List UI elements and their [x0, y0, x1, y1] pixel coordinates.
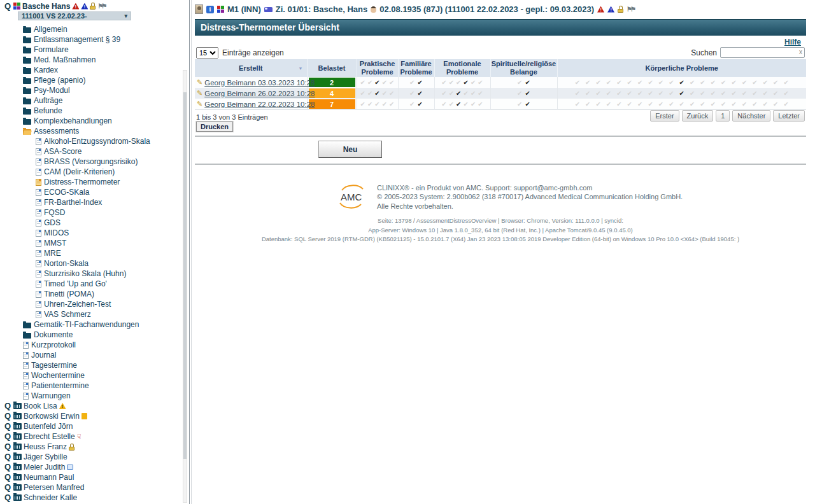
tree-item[interactable]: Alkohol-Entzugssyndrom-Skala: [36, 136, 188, 146]
column-header-created[interactable]: Erstellt▼: [195, 59, 307, 77]
tree-item[interactable]: Warnungen: [23, 391, 188, 401]
page-button[interactable]: Nächster: [732, 110, 770, 122]
folder-icon: [23, 38, 31, 43]
column-header-belastet[interactable]: Belastet: [307, 59, 357, 77]
page-button[interactable]: 1: [716, 110, 730, 122]
help-link[interactable]: Hilfe: [784, 38, 801, 46]
tree-item[interactable]: GDS: [36, 218, 188, 228]
tree-item-label: Patiententermine: [31, 381, 89, 390]
portrait-icon[interactable]: [195, 4, 203, 14]
tree-item[interactable]: Komplexbehandlungen: [23, 116, 188, 126]
tree-item[interactable]: Formulare: [23, 45, 188, 55]
tree-item[interactable]: Tinetti (POMA): [36, 289, 188, 299]
entries-per-page-select[interactable]: 15: [196, 47, 218, 59]
tree-item[interactable]: Tagestermine: [23, 360, 188, 370]
sidebar-patient-header[interactable]: Q Basche Hans ⚑⚑: [4, 1, 106, 11]
info-icon[interactable]: [206, 6, 214, 13]
check-group-praktische: ✔✔✔✔✔: [357, 88, 398, 99]
scrollbar-thumb[interactable]: [183, 92, 187, 459]
doc-icon: [36, 199, 41, 206]
tree-item[interactable]: Aufträge: [23, 95, 188, 106]
patient-row[interactable]: QEbrecht Estelle☟: [4, 431, 188, 442]
tree-item[interactable]: Befunde: [23, 106, 188, 116]
tree-item[interactable]: FR-Barthel-Index: [36, 197, 188, 207]
patient-row[interactable]: QSchneider Kalle: [4, 493, 188, 503]
tree-item[interactable]: Allgemein: [23, 24, 188, 34]
magnifier-icon: Q: [4, 463, 11, 471]
tree-item[interactable]: Distress-Thermometer: [36, 177, 188, 187]
patient-row[interactable]: QJäger Sybille: [4, 452, 188, 462]
emotionale-cell: ✔✔✔✔✔✔: [434, 88, 490, 99]
patient-folder-icon: [13, 484, 22, 491]
tree-item[interactable]: VAS Schmerz: [36, 309, 188, 319]
page-button[interactable]: Letzter: [773, 110, 805, 122]
created-cell: ✎Georg Beimann 03.03.2023 10:28: [195, 77, 307, 88]
tree-item[interactable]: CAM (Delir-Kriterien): [36, 167, 188, 177]
tree-item[interactable]: Sturzrisiko Skala (Huhn): [36, 269, 188, 279]
tree-item[interactable]: Psy-Modul: [23, 85, 188, 95]
patient-row[interactable]: QNeumann Paul: [4, 472, 188, 482]
tree-item[interactable]: Dokumente: [23, 330, 188, 340]
tree-item[interactable]: Kardex: [23, 65, 188, 75]
warning-red-icon[interactable]: [72, 3, 79, 10]
print-button[interactable]: Drucken: [196, 122, 233, 132]
footer-system-lines: Seite: 13798 / AssessmentDistressOvervie…: [195, 216, 806, 244]
tree-item[interactable]: Timed 'Up and Go': [36, 279, 188, 289]
sidebar-patient-name[interactable]: Basche Hans: [22, 2, 70, 11]
column-header-familiaere[interactable]: FamiliäreProbleme: [398, 59, 434, 77]
tree-item[interactable]: Assessments: [23, 126, 188, 136]
column-header-spirituelle[interactable]: Spirituelle/religiöseBelange: [490, 59, 557, 77]
tree-item[interactable]: MIDOS: [36, 228, 188, 238]
pencil-edit-icon[interactable]: ✎: [197, 79, 202, 86]
tree-item[interactable]: Pflege (apenio): [23, 75, 188, 85]
entry-link[interactable]: Georg Beimann 03.03.2023 10:28: [204, 79, 315, 87]
entry-link[interactable]: Georg Beimann 22.02.2023 10:28: [204, 101, 315, 108]
pencil-edit-icon[interactable]: ✎: [197, 90, 202, 97]
doc-icon: [36, 250, 41, 257]
tree-item[interactable]: FQSD: [36, 207, 188, 218]
patient-row[interactable]: QButenfeld Jörn: [4, 421, 188, 431]
tree-item[interactable]: Norton-Skala: [36, 258, 188, 269]
check-icon: ✔: [478, 99, 483, 109]
warning-blue-icon[interactable]: [81, 3, 88, 10]
clear-search-icon[interactable]: x: [799, 48, 802, 55]
column-header-emotionale[interactable]: EmotionaleProbleme: [434, 59, 490, 77]
entry-link[interactable]: Georg Beimann 26.02.2023 10:28: [204, 90, 315, 97]
page-button[interactable]: Erster: [650, 110, 679, 122]
patient-folder-icon: [13, 464, 22, 470]
warning-red-icon[interactable]: [597, 6, 604, 13]
patient-row[interactable]: QBorkowski Erwin: [4, 411, 188, 421]
new-button[interactable]: Neu: [318, 141, 382, 158]
tree-item[interactable]: MMST: [36, 238, 188, 248]
doc-icon: [23, 352, 29, 359]
patient-row[interactable]: QMeier Judith: [4, 462, 188, 472]
case-select[interactable]: 111001 VS 22.02.23- ▾: [18, 11, 131, 20]
tree-item[interactable]: Journal: [23, 350, 188, 360]
tree-item[interactable]: ECOG-SKala: [36, 187, 188, 197]
tree-item[interactable]: Patiententermine: [23, 381, 188, 391]
tree-item[interactable]: ASA-Score: [36, 146, 188, 157]
tree-item[interactable]: Entlassmanagement § 39: [23, 34, 188, 45]
column-header-praktische[interactable]: PraktischeProbleme: [357, 59, 398, 77]
tree-item[interactable]: Med. Maßnahmen: [23, 55, 188, 65]
patient-folder-icon: [13, 403, 22, 409]
page-title: Distress-Thermometer Übersicht: [195, 19, 806, 36]
tree-item[interactable]: BRASS (Versorgungsrisiko): [36, 157, 188, 167]
tree-item[interactable]: Gematik-TI-Fachanwendungen: [23, 319, 188, 330]
patient-row[interactable]: QHeuss Franz: [4, 442, 188, 452]
tree-item[interactable]: Uhren-Zeichen-Test: [36, 299, 188, 309]
warning-blue-icon[interactable]: [607, 6, 614, 13]
tree-item[interactable]: Wochentermine: [23, 370, 188, 381]
tree-item-label: Journal: [31, 351, 56, 360]
pencil-edit-icon[interactable]: ✎: [197, 101, 202, 108]
table-row: ✎Georg Beimann 26.02.2023 10:284✔✔✔✔✔✔✔✔…: [195, 88, 806, 99]
tree-item[interactable]: MRE: [36, 248, 188, 258]
patient-row[interactable]: QBook Lisa: [4, 401, 188, 411]
apps-grid-icon[interactable]: [217, 6, 224, 13]
search-input[interactable]: [720, 47, 805, 58]
sidebar-scrollbar[interactable]: [183, 70, 187, 503]
column-header-koerperliche[interactable]: Körperliche Probleme: [557, 59, 806, 77]
tree-item[interactable]: Kurzprotokoll: [23, 340, 188, 350]
page-button[interactable]: Zurück: [682, 110, 714, 122]
patient-row[interactable]: QPetersen Manfred: [4, 482, 188, 493]
